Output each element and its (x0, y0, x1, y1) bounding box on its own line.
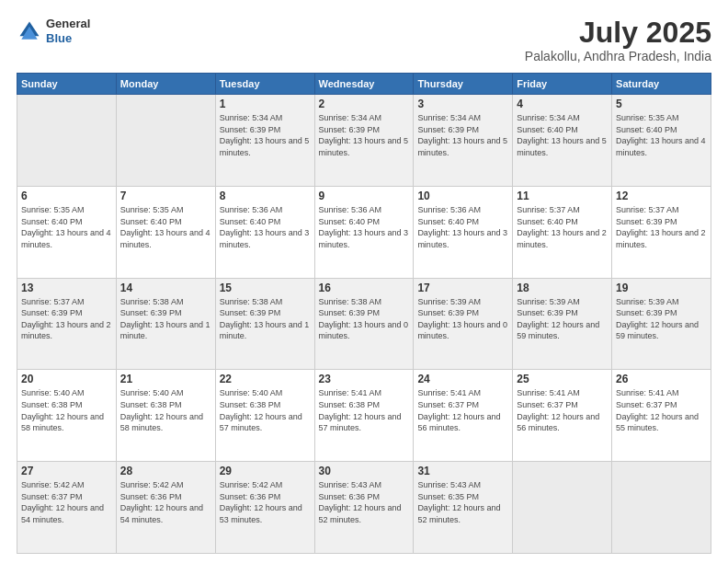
header: General Blue July 2025 Palakollu, Andhra… (17, 17, 711, 63)
day-number: 27 (21, 465, 112, 477)
day-number: 10 (417, 190, 508, 202)
day-info: Sunrise: 5:34 AMSunset: 6:39 PMDaylight:… (319, 112, 410, 158)
calendar-week-row: 27Sunrise: 5:42 AMSunset: 6:37 PMDayligh… (17, 462, 711, 554)
calendar-day-cell: 1Sunrise: 5:34 AMSunset: 6:39 PMDaylight… (215, 95, 314, 187)
calendar-day-cell: 9Sunrise: 5:36 AMSunset: 6:40 PMDaylight… (314, 186, 414, 278)
page-title: July 2025 (525, 17, 711, 49)
day-number: 17 (417, 282, 508, 294)
calendar-day-cell (612, 462, 711, 554)
calendar-day-cell: 24Sunrise: 5:41 AMSunset: 6:37 PMDayligh… (414, 370, 513, 462)
day-info: Sunrise: 5:39 AMSunset: 6:39 PMDaylight:… (616, 296, 707, 342)
day-number: 6 (21, 190, 112, 202)
day-info: Sunrise: 5:37 AMSunset: 6:39 PMDaylight:… (616, 204, 707, 250)
calendar-day-cell (116, 95, 215, 187)
day-number: 11 (517, 190, 608, 202)
day-number: 21 (120, 373, 211, 385)
day-number: 4 (517, 98, 608, 110)
day-info: Sunrise: 5:38 AMSunset: 6:39 PMDaylight:… (120, 296, 211, 342)
day-info: Sunrise: 5:36 AMSunset: 6:40 PMDaylight:… (417, 204, 508, 250)
day-info: Sunrise: 5:40 AMSunset: 6:38 PMDaylight:… (21, 387, 112, 433)
day-number: 18 (517, 282, 608, 294)
day-info: Sunrise: 5:34 AMSunset: 6:39 PMDaylight:… (417, 112, 508, 158)
calendar-day-cell: 18Sunrise: 5:39 AMSunset: 6:39 PMDayligh… (513, 278, 612, 370)
day-info: Sunrise: 5:41 AMSunset: 6:38 PMDaylight:… (319, 387, 410, 433)
logo-blue: Blue (46, 31, 90, 46)
calendar-day-cell: 3Sunrise: 5:34 AMSunset: 6:39 PMDaylight… (414, 95, 513, 187)
day-number: 28 (120, 465, 211, 477)
calendar-day-cell: 25Sunrise: 5:41 AMSunset: 6:37 PMDayligh… (513, 370, 612, 462)
calendar-day-cell: 12Sunrise: 5:37 AMSunset: 6:39 PMDayligh… (612, 186, 711, 278)
day-number: 19 (616, 282, 707, 294)
day-number: 16 (319, 282, 410, 294)
day-number: 5 (616, 98, 707, 110)
calendar-day-cell: 26Sunrise: 5:41 AMSunset: 6:37 PMDayligh… (612, 370, 711, 462)
page: General Blue July 2025 Palakollu, Andhra… (0, 0, 728, 563)
calendar-day-cell: 22Sunrise: 5:40 AMSunset: 6:38 PMDayligh… (215, 370, 314, 462)
logo-general: General (46, 17, 90, 31)
calendar-day-cell: 27Sunrise: 5:42 AMSunset: 6:37 PMDayligh… (17, 462, 117, 554)
calendar-table: SundayMondayTuesdayWednesdayThursdayFrid… (17, 73, 711, 554)
day-number: 13 (21, 282, 112, 294)
calendar-day-cell: 16Sunrise: 5:38 AMSunset: 6:39 PMDayligh… (314, 278, 414, 370)
title-block: July 2025 Palakollu, Andhra Pradesh, Ind… (525, 17, 711, 63)
calendar-week-row: 13Sunrise: 5:37 AMSunset: 6:39 PMDayligh… (17, 278, 711, 370)
day-info: Sunrise: 5:41 AMSunset: 6:37 PMDaylight:… (616, 387, 707, 433)
calendar-day-cell: 15Sunrise: 5:38 AMSunset: 6:39 PMDayligh… (215, 278, 314, 370)
weekday-header: Tuesday (215, 74, 314, 95)
day-number: 7 (120, 190, 211, 202)
day-number: 22 (220, 373, 311, 385)
day-info: Sunrise: 5:35 AMSunset: 6:40 PMDaylight:… (21, 204, 112, 250)
day-number: 26 (616, 373, 707, 385)
weekday-header: Thursday (414, 74, 513, 95)
calendar-day-cell: 23Sunrise: 5:41 AMSunset: 6:38 PMDayligh… (314, 370, 414, 462)
calendar-day-cell: 28Sunrise: 5:42 AMSunset: 6:36 PMDayligh… (116, 462, 215, 554)
weekday-header: Friday (513, 74, 612, 95)
day-info: Sunrise: 5:39 AMSunset: 6:39 PMDaylight:… (517, 296, 608, 342)
weekday-header: Wednesday (314, 74, 414, 95)
calendar-day-cell: 13Sunrise: 5:37 AMSunset: 6:39 PMDayligh… (17, 278, 117, 370)
day-info: Sunrise: 5:38 AMSunset: 6:39 PMDaylight:… (319, 296, 410, 342)
day-number: 3 (417, 98, 508, 110)
calendar-day-cell: 10Sunrise: 5:36 AMSunset: 6:40 PMDayligh… (414, 186, 513, 278)
calendar-day-cell: 31Sunrise: 5:43 AMSunset: 6:35 PMDayligh… (414, 462, 513, 554)
day-info: Sunrise: 5:38 AMSunset: 6:39 PMDaylight:… (220, 296, 311, 342)
logo-icon (17, 18, 42, 44)
logo-text: General Blue (46, 17, 90, 45)
day-number: 30 (319, 465, 410, 477)
calendar-day-cell: 7Sunrise: 5:35 AMSunset: 6:40 PMDaylight… (116, 186, 215, 278)
logo: General Blue (17, 17, 90, 45)
day-info: Sunrise: 5:35 AMSunset: 6:40 PMDaylight:… (616, 112, 707, 158)
calendar-day-cell: 30Sunrise: 5:43 AMSunset: 6:36 PMDayligh… (314, 462, 414, 554)
calendar-day-cell: 21Sunrise: 5:40 AMSunset: 6:38 PMDayligh… (116, 370, 215, 462)
day-number: 20 (21, 373, 112, 385)
calendar-day-cell: 2Sunrise: 5:34 AMSunset: 6:39 PMDaylight… (314, 95, 414, 187)
calendar-day-cell: 4Sunrise: 5:34 AMSunset: 6:40 PMDaylight… (513, 95, 612, 187)
calendar-day-cell: 5Sunrise: 5:35 AMSunset: 6:40 PMDaylight… (612, 95, 711, 187)
calendar-week-row: 20Sunrise: 5:40 AMSunset: 6:38 PMDayligh… (17, 370, 711, 462)
day-info: Sunrise: 5:35 AMSunset: 6:40 PMDaylight:… (120, 204, 211, 250)
day-number: 14 (120, 282, 211, 294)
calendar-day-cell (17, 95, 117, 187)
day-number: 8 (220, 190, 311, 202)
day-number: 25 (517, 373, 608, 385)
page-subtitle: Palakollu, Andhra Pradesh, India (525, 49, 711, 63)
weekday-header: Saturday (612, 74, 711, 95)
day-info: Sunrise: 5:40 AMSunset: 6:38 PMDaylight:… (120, 387, 211, 433)
day-number: 12 (616, 190, 707, 202)
day-info: Sunrise: 5:41 AMSunset: 6:37 PMDaylight:… (517, 387, 608, 433)
calendar-week-row: 1Sunrise: 5:34 AMSunset: 6:39 PMDaylight… (17, 95, 711, 187)
calendar-day-cell: 29Sunrise: 5:42 AMSunset: 6:36 PMDayligh… (215, 462, 314, 554)
day-info: Sunrise: 5:34 AMSunset: 6:39 PMDaylight:… (220, 112, 311, 158)
day-info: Sunrise: 5:42 AMSunset: 6:37 PMDaylight:… (21, 479, 112, 525)
calendar-day-cell: 20Sunrise: 5:40 AMSunset: 6:38 PMDayligh… (17, 370, 117, 462)
calendar-day-cell (513, 462, 612, 554)
day-info: Sunrise: 5:39 AMSunset: 6:39 PMDaylight:… (417, 296, 508, 342)
day-info: Sunrise: 5:37 AMSunset: 6:40 PMDaylight:… (517, 204, 608, 250)
day-info: Sunrise: 5:36 AMSunset: 6:40 PMDaylight:… (220, 204, 311, 250)
day-info: Sunrise: 5:43 AMSunset: 6:35 PMDaylight:… (417, 479, 508, 525)
day-info: Sunrise: 5:42 AMSunset: 6:36 PMDaylight:… (220, 479, 311, 525)
day-info: Sunrise: 5:41 AMSunset: 6:37 PMDaylight:… (417, 387, 508, 433)
day-number: 1 (220, 98, 311, 110)
calendar-day-cell: 11Sunrise: 5:37 AMSunset: 6:40 PMDayligh… (513, 186, 612, 278)
weekday-header: Monday (116, 74, 215, 95)
